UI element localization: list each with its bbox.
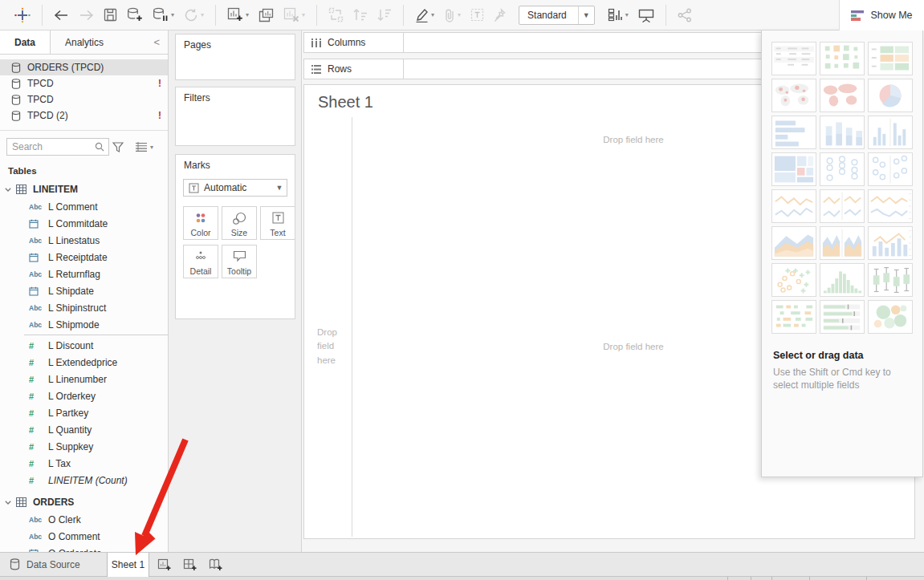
detail-button[interactable]: Detail	[183, 245, 218, 278]
new-dashboard-tab-button[interactable]	[177, 553, 203, 577]
showme-tile-pie-chart[interactable]	[868, 79, 913, 112]
attach-caret[interactable]: ▾	[458, 11, 461, 18]
tab-sheet-1[interactable]: Sheet 1	[107, 553, 149, 577]
field-item[interactable]: AbcL Shipmode	[0, 316, 168, 333]
show-me-button[interactable]: Show Me	[839, 0, 924, 30]
field-item[interactable]: AbcO Clerk	[0, 511, 168, 528]
showme-tile-horizontal-bars[interactable]	[771, 116, 816, 149]
highlight-caret[interactable]: ▾	[431, 11, 434, 18]
mark-type-dropdown[interactable]: Automatic ▼	[183, 179, 287, 197]
showme-tile-scatter-plot[interactable]	[771, 263, 816, 297]
fit-mode-select[interactable]: Standard ▼	[519, 6, 595, 25]
attach-button[interactable]: ▾	[439, 3, 466, 27]
save-button[interactable]	[99, 3, 122, 27]
showme-tile-discrete-area[interactable]	[820, 226, 865, 260]
showme-tile-dual-combination[interactable]	[868, 226, 913, 260]
field-item[interactable]: #L Discount	[0, 337, 168, 354]
showme-tile-continuous-area[interactable]	[771, 226, 816, 260]
datasource-item[interactable]: TPCD!	[0, 75, 168, 91]
show-mark-labels-button[interactable]: ▾	[603, 3, 633, 27]
showme-tile-highlight-table[interactable]	[868, 42, 913, 75]
showme-tile-dual-lines[interactable]	[868, 189, 913, 223]
showme-tile-packed-bubbles[interactable]	[868, 300, 913, 334]
showme-tile-heat-map[interactable]	[820, 42, 865, 75]
duplicate-sheet-button[interactable]	[254, 3, 279, 27]
field-item[interactable]: AbcL Shipinstruct	[0, 299, 168, 316]
field-item[interactable]: AbcL Comment	[0, 198, 168, 215]
table-group-header[interactable]: ORDERS	[0, 493, 168, 511]
showme-tile-side-by-side-bars[interactable]	[868, 116, 913, 149]
showme-tile-histogram[interactable]	[820, 263, 865, 297]
field-item[interactable]: AbcL Linestatus	[0, 232, 168, 249]
showme-tile-gantt[interactable]	[771, 300, 816, 334]
drop-zone-left[interactable]: Drop field here	[317, 326, 346, 367]
size-button[interactable]: Size	[222, 206, 257, 240]
tooltip-button[interactable]: Tooltip	[222, 245, 257, 278]
collapse-pane-button[interactable]: <	[145, 30, 168, 54]
showme-tile-bullet-graph[interactable]	[820, 300, 865, 334]
field-item[interactable]: #L Partkey	[0, 404, 168, 421]
highlight-button[interactable]: ▾	[410, 3, 439, 27]
showme-tile-box-and-whisker[interactable]	[868, 263, 913, 297]
showme-tile-stacked-bars[interactable]	[820, 116, 865, 149]
new-worksheet-button[interactable]: ▾	[222, 3, 254, 27]
text-label-button[interactable]	[466, 3, 489, 27]
showme-tile-discrete-lines[interactable]	[820, 189, 865, 223]
share-button[interactable]	[673, 3, 697, 27]
showme-tile-continuous-lines[interactable]	[771, 189, 816, 223]
datasource-item[interactable]: TPCD	[0, 91, 168, 107]
color-button[interactable]: Color	[183, 206, 218, 240]
new-story-tab-button[interactable]	[203, 553, 229, 577]
filter-fields-icon[interactable]	[109, 142, 127, 152]
field-item[interactable]: #L Extendedprice	[0, 354, 168, 371]
filters-shelf[interactable]: Filters	[175, 87, 295, 146]
showme-tile-circle-views[interactable]	[820, 152, 865, 186]
search-input[interactable]	[6, 138, 109, 156]
clear-sheet-button[interactable]: ▾	[279, 3, 310, 27]
showme-tile-text-table[interactable]	[771, 42, 816, 75]
redo-button[interactable]	[74, 3, 99, 27]
tab-data-source[interactable]: Data Source	[0, 553, 96, 576]
sort-ascending-button[interactable]	[348, 3, 372, 27]
field-item[interactable]: L Commitdate	[0, 215, 168, 232]
tab-data[interactable]: Data	[0, 30, 51, 54]
pages-shelf[interactable]: Pages	[175, 34, 295, 80]
field-item[interactable]: AbcL Returnflag	[0, 266, 168, 282]
field-item[interactable]: #L Tax	[0, 455, 168, 472]
field-item[interactable]: L Shipdate	[0, 282, 168, 299]
datasource-item[interactable]: ORDERS (TPCD)	[0, 59, 168, 75]
new-worksheet-caret[interactable]: ▾	[246, 11, 249, 18]
clear-sheet-caret[interactable]: ▾	[302, 11, 305, 18]
table-group-header[interactable]: LINEITEM	[0, 180, 168, 198]
field-item[interactable]: AbcO Comment	[0, 528, 168, 545]
view-options-icon[interactable]: ▾	[132, 142, 157, 152]
showme-tile-treemap[interactable]	[771, 152, 816, 186]
sort-descending-button[interactable]	[372, 3, 397, 27]
showme-tile-side-by-side-circles[interactable]	[868, 152, 913, 186]
field-item[interactable]: #L Linenumber	[0, 371, 168, 387]
undo-button[interactable]	[49, 3, 74, 27]
field-item[interactable]: #L Suppkey	[0, 438, 168, 455]
swap-rows-columns-button[interactable]	[324, 3, 348, 27]
field-item[interactable]: L Receiptdate	[0, 249, 168, 266]
mark-type-caret[interactable]: ▼	[272, 184, 287, 192]
tab-analytics[interactable]: Analytics	[51, 30, 118, 54]
showme-tile-symbol-map[interactable]	[771, 79, 816, 112]
field-item[interactable]: #L Quantity	[0, 421, 168, 438]
refresh-caret[interactable]: ▾	[201, 11, 204, 18]
presentation-mode-button[interactable]	[633, 3, 659, 27]
pause-auto-updates-button[interactable]: ▾	[148, 3, 179, 27]
fit-mode-caret[interactable]: ▼	[578, 6, 594, 24]
refresh-button[interactable]: ▾	[179, 3, 209, 27]
datasource-item[interactable]: TPCD (2)!	[0, 107, 168, 124]
field-item[interactable]: #LINEITEM (Count)	[0, 472, 168, 489]
view-options-caret[interactable]: ▾	[150, 144, 153, 151]
new-worksheet-tab-button[interactable]	[152, 553, 177, 577]
show-mark-labels-caret[interactable]: ▾	[625, 11, 629, 18]
new-data-source-button[interactable]	[122, 3, 148, 27]
text-button[interactable]: Text	[260, 206, 295, 240]
field-item[interactable]: #L Orderkey	[0, 387, 168, 404]
pause-updates-caret[interactable]: ▾	[171, 11, 174, 18]
showme-tile-filled-map[interactable]	[820, 79, 865, 112]
fix-axes-pin-button[interactable]	[489, 3, 511, 27]
